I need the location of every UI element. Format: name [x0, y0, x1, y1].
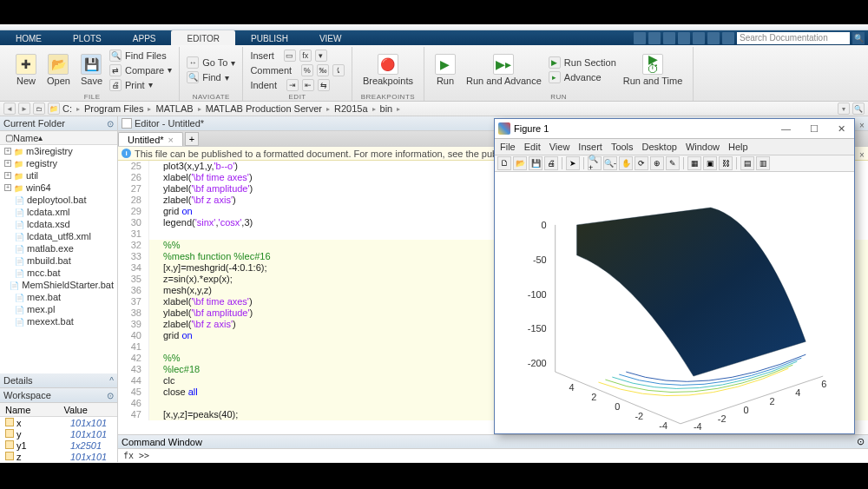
figure-titlebar[interactable]: Figure 1 — ☐ ✕ [495, 119, 854, 139]
layout-icon[interactable]: ▤ [740, 156, 754, 170]
close-tab-icon[interactable]: × [168, 135, 174, 145]
ws-variable[interactable]: x101x101 [0, 417, 117, 428]
ribbon-tab-publish[interactable]: PUBLISH [235, 30, 304, 45]
folder-item[interactable]: lcdata_utf8.xml [0, 230, 117, 242]
ws-col-value[interactable]: Value [59, 403, 118, 416]
figure-menu-view[interactable]: View [549, 142, 570, 152]
ws-variable[interactable]: y11x2501 [0, 439, 117, 451]
figure-window[interactable]: Figure 1 — ☐ ✕ FileEditViewInsertToolsDe… [494, 118, 855, 434]
open-icon[interactable]: 📂 [513, 156, 527, 170]
ribbon-tab-editor[interactable]: EDITOR [171, 30, 235, 45]
run-section-button[interactable]: ▶Run Section [547, 56, 618, 69]
workspace-list[interactable]: x101x101y101x101y11x2501z101x101 [0, 417, 117, 462]
pane-menu-icon[interactable]: ⊙ [857, 436, 865, 447]
rotate3d-icon[interactable]: ⟳ [635, 156, 648, 170]
figure-menu-insert[interactable]: Insert [578, 142, 602, 152]
breakpoints-button[interactable]: 🔴Breakpoints [358, 47, 418, 93]
compare-button[interactable]: ⇄Compare ▾ [108, 63, 174, 77]
search-doc-input[interactable]: Search Documentation [737, 32, 850, 44]
figure-menu-edit[interactable]: Edit [524, 142, 541, 152]
folder-item[interactable]: mcc.bat [0, 267, 117, 279]
qat-icon[interactable] [648, 32, 661, 44]
figure-menu-desktop[interactable]: Desktop [642, 142, 677, 152]
folder-item[interactable]: +m3iregistry [0, 145, 117, 157]
run-time-button[interactable]: ▶⏱Run and Time [618, 47, 687, 93]
ribbon-tab-home[interactable]: HOME [0, 30, 57, 45]
ws-col-name[interactable]: Name [0, 403, 59, 416]
colorbar-icon[interactable]: ▦ [687, 156, 701, 170]
dock-close-icon[interactable]: × [857, 120, 867, 130]
new-button[interactable]: ✚New [10, 47, 42, 93]
folder-item[interactable]: mexext.bat [0, 315, 117, 327]
folder-item[interactable]: mbuild.bat [0, 254, 117, 267]
legend-icon[interactable]: ▣ [703, 156, 717, 170]
nav-folder-icon[interactable]: 📁 [48, 102, 60, 115]
crumb-segment[interactable]: C: [62, 103, 72, 114]
insert-button[interactable]: Insert ▭fx▾ [248, 49, 345, 63]
new-tab-button[interactable]: + [185, 132, 199, 146]
qat-icon[interactable] [707, 32, 720, 44]
save-button[interactable]: 💾Save [76, 47, 108, 93]
close-icon[interactable]: ✕ [832, 123, 851, 135]
print-icon[interactable]: 🖨 [544, 156, 558, 170]
new-figure-icon[interactable]: 🗋 [497, 156, 511, 170]
ws-variable[interactable]: y101x101 [0, 428, 117, 439]
folder-item[interactable]: +win64 [0, 182, 117, 194]
run-advance-button[interactable]: ▶▸Run and Advance [461, 47, 547, 93]
ribbon-tab-view[interactable]: VIEW [304, 30, 358, 45]
brush-icon[interactable]: ✎ [666, 156, 680, 170]
folder-item[interactable]: lcdata.xml [0, 206, 117, 218]
figure-menu-window[interactable]: Window [686, 142, 720, 152]
find-files-button[interactable]: 🔍Find Files [108, 49, 174, 63]
ribbon-tab-plots[interactable]: PLOTS [57, 30, 117, 45]
folder-item[interactable]: matlab.exe [0, 242, 117, 254]
banner-close-icon[interactable]: × [857, 149, 867, 160]
crumb-segment[interactable]: bin [380, 103, 393, 114]
folder-item[interactable]: +util [0, 169, 117, 182]
crumb-segment[interactable]: MATLAB Production Server [206, 103, 322, 114]
pane-menu-icon[interactable]: ⊙ [107, 391, 114, 400]
axes-3d[interactable]: 0 -50 -100 -150 -200 -4-20 246 -4-20 24 [495, 172, 854, 433]
file-tab[interactable]: Untitled*× [118, 132, 183, 146]
folder-item[interactable]: deploytool.bat [0, 194, 117, 206]
advance-button[interactable]: ▸Advance [547, 70, 618, 84]
layout-icon[interactable]: ▥ [756, 156, 770, 170]
run-button[interactable]: ▶Run [430, 47, 461, 93]
folder-tree[interactable]: +m3iregistry+registry+util+win64deployto… [0, 145, 117, 373]
goto-button[interactable]: ↔Go To ▾ [185, 56, 237, 69]
search-icon[interactable]: 🔍 [852, 102, 865, 115]
link-icon[interactable]: ⛓ [719, 156, 733, 170]
nav-up-icon[interactable]: 🗀 [33, 102, 45, 115]
folder-item[interactable]: MemShieldStarter.bat [0, 279, 117, 291]
folder-item[interactable]: mex.bat [0, 291, 117, 303]
details-expand-icon[interactable]: ^ [109, 376, 114, 386]
datacursor-icon[interactable]: ⊕ [650, 156, 664, 170]
qat-icon[interactable] [663, 32, 675, 44]
save-icon[interactable]: 💾 [529, 156, 542, 170]
open-button[interactable]: 📂Open [42, 47, 76, 93]
ws-variable[interactable]: z101x101 [0, 451, 117, 462]
command-window[interactable]: fx >> [118, 449, 868, 462]
ribbon-tab-apps[interactable]: APPS [117, 30, 172, 45]
search-icon[interactable]: 🔍 [852, 32, 865, 44]
find-button[interactable]: 🔍Find ▾ [185, 70, 237, 84]
crumb-segment[interactable]: MATLAB [155, 103, 193, 114]
qat-icon[interactable] [634, 32, 646, 44]
comment-button[interactable]: Comment %‰⤹ [248, 63, 345, 77]
qat-icon[interactable] [678, 32, 690, 44]
maximize-icon[interactable]: ☐ [805, 123, 824, 135]
breadcrumb-dropdown-icon[interactable]: ▾ [838, 102, 850, 115]
minimize-icon[interactable]: — [776, 123, 796, 135]
qat-icon[interactable] [693, 32, 705, 44]
indent-button[interactable]: Indent ⇥⇤⇆ [248, 78, 345, 92]
figure-menu-file[interactable]: File [500, 142, 516, 152]
zoom-out-icon[interactable]: 🔍- [603, 156, 617, 170]
nav-back-icon[interactable]: ◄ [3, 102, 16, 115]
zoom-in-icon[interactable]: 🔍+ [588, 156, 602, 170]
figure-menu-help[interactable]: Help [728, 142, 748, 152]
pan-icon[interactable]: ✋ [619, 156, 633, 170]
pointer-icon[interactable]: ➤ [566, 156, 580, 170]
crumb-segment[interactable]: R2015a [334, 103, 368, 114]
help-icon[interactable] [722, 32, 734, 44]
name-column-header[interactable]: ▢ Name ▴ [0, 131, 117, 145]
